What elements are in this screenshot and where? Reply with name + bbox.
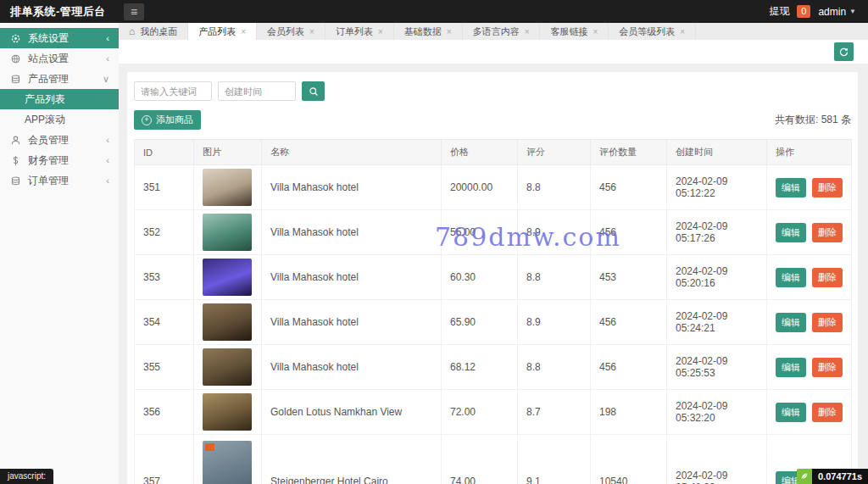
cell-image [194, 165, 262, 210]
table-row: 357Steigenberger Hotel Cairo74.009.11054… [135, 435, 852, 484]
tab-我的桌面[interactable]: ⌂我的桌面 [119, 23, 188, 40]
cell-score: 8.8 [518, 345, 591, 390]
close-icon[interactable]: × [525, 27, 530, 36]
cell-score: 8.8 [518, 165, 591, 210]
edit-button[interactable]: 编辑 [776, 268, 806, 287]
sidebar-item-会员管理[interactable]: 会员管理‹ [0, 130, 119, 150]
close-icon[interactable]: × [593, 27, 598, 36]
cell-reviews: 10540 [591, 435, 667, 484]
cell-score: 8.9 [518, 210, 591, 255]
tab-客服链接[interactable]: 客服链接× [540, 23, 609, 40]
menu-toggle-icon[interactable]: ≡ [124, 3, 144, 20]
cell-id: 353 [135, 255, 194, 300]
cell-created: 2024-02-09 05:20:16 [667, 255, 767, 300]
tab-会员等级列表[interactable]: 会员等级列表× [609, 23, 696, 40]
user-icon [9, 134, 21, 146]
refresh-button[interactable] [834, 42, 854, 61]
close-icon[interactable]: × [378, 27, 383, 36]
table-row: 355Villa Mahasok hotel68.128.84562024-02… [135, 345, 852, 390]
delete-button[interactable]: 删除 [812, 313, 843, 332]
cell-score: 8.9 [518, 300, 591, 345]
delete-button[interactable]: 删除 [812, 358, 843, 377]
delete-button[interactable]: 删除 [812, 268, 843, 287]
debug-badge: 0.074771s [797, 469, 868, 484]
edit-button[interactable]: 编辑 [776, 178, 806, 197]
sidebar-item-label: 订单管理 [28, 174, 69, 188]
sidebar-item-产品管理[interactable]: 产品管理∨ [0, 69, 119, 89]
product-image [203, 259, 252, 296]
edit-button[interactable]: 编辑 [776, 358, 806, 377]
cell-score: 8.7 [518, 390, 591, 435]
tab-基础数据[interactable]: 基础数据× [394, 23, 463, 40]
user-menu[interactable]: admin ▼ [818, 6, 856, 18]
delete-button[interactable]: 删除 [812, 403, 843, 422]
table-row: 356Golden Lotus Namkhan View72.008.71982… [135, 390, 852, 435]
cell-name: Villa Mahasok hotel [262, 300, 442, 345]
withdraw-link[interactable]: 提现 [769, 4, 789, 19]
close-icon[interactable]: × [680, 27, 685, 36]
close-icon[interactable]: × [309, 27, 314, 36]
keyword-input[interactable] [134, 81, 212, 101]
search-icon [309, 86, 319, 97]
edit-button[interactable]: 编辑 [776, 313, 806, 332]
table-body: 351Villa Mahasok hotel20000.008.84562024… [135, 165, 852, 484]
sidebar-subitem-产品列表[interactable]: 产品列表 [0, 89, 119, 109]
cell-price: 72.00 [442, 390, 518, 435]
tab-label: 多语言内容 [473, 25, 520, 38]
tab-产品列表[interactable]: 产品列表× [188, 23, 257, 40]
cell-ops: 编辑删除 [767, 390, 852, 435]
delete-button[interactable]: 删除 [812, 223, 843, 242]
cell-name: Villa Mahasok hotel [262, 255, 442, 300]
cell-price: 55.00 [442, 210, 518, 255]
search-button[interactable] [302, 81, 325, 101]
table-row: 351Villa Mahasok hotel20000.008.84562024… [135, 165, 852, 210]
sidebar-item-财务管理[interactable]: 财务管理‹ [0, 150, 119, 170]
tab-label: 客服链接 [550, 25, 587, 38]
close-icon[interactable]: × [447, 27, 452, 36]
edit-button[interactable]: 编辑 [776, 223, 806, 242]
tab-订单列表[interactable]: 订单列表× [326, 23, 394, 40]
chevron-down-icon: ▼ [849, 8, 856, 15]
sidebar-item-订单管理[interactable]: 订单管理‹ [0, 170, 119, 191]
add-product-label: 添加商品 [156, 114, 193, 126]
cell-id: 351 [135, 165, 194, 210]
product-image [203, 348, 252, 386]
table-row: 352Villa Mahasok hotel55.008.94562024-02… [135, 210, 852, 255]
tab-label: 基础数据 [404, 25, 442, 38]
actions-row: + 添加商品 共有数据: 581 条 [134, 110, 851, 130]
username: admin [818, 6, 846, 18]
chevron-down-icon: ∨ [103, 74, 109, 85]
table-header-row: ID图片名称价格评分评价数量创建时间操作 [135, 140, 852, 165]
close-icon[interactable]: × [241, 27, 246, 36]
edit-button[interactable]: 编辑 [776, 403, 806, 422]
sidebar: 系统设置‹站点设置‹产品管理∨产品列表APP滚动会员管理‹财务管理‹订单管理‹ [0, 23, 119, 484]
cell-price: 74.00 [442, 435, 518, 484]
leaf-icon[interactable] [797, 469, 812, 484]
load-time: 0.074771s [812, 469, 868, 484]
tab-label: 会员列表 [267, 25, 304, 38]
sidebar-item-label: 会员管理 [28, 133, 69, 147]
product-image [203, 169, 252, 206]
tab-会员列表[interactable]: 会员列表× [257, 23, 326, 40]
column-header-图片: 图片 [194, 140, 262, 165]
cell-image [194, 345, 262, 390]
cell-ops: 编辑删除 [767, 210, 852, 255]
cell-reviews: 456 [591, 300, 667, 345]
cell-ops: 编辑删除 [767, 165, 852, 210]
add-product-button[interactable]: + 添加商品 [134, 110, 201, 130]
column-header-创建时间: 创建时间 [667, 140, 767, 165]
product-image [203, 303, 252, 341]
sidebar-item-站点设置[interactable]: 站点设置‹ [0, 48, 119, 69]
sidebar-subitem-APP滚动[interactable]: APP滚动 [0, 109, 119, 130]
cell-name: Golden Lotus Namkhan View [262, 390, 442, 435]
chevron-left-icon: ‹ [106, 53, 109, 64]
product-image [203, 393, 252, 431]
tab-多语言内容[interactable]: 多语言内容× [463, 23, 541, 40]
delete-button[interactable]: 删除 [812, 178, 843, 197]
cell-ops: 编辑删除 [767, 255, 852, 300]
cell-price: 68.12 [442, 345, 518, 390]
created-date-input[interactable] [218, 81, 296, 101]
product-image [203, 441, 252, 484]
cell-reviews: 456 [591, 345, 667, 390]
sidebar-item-系统设置[interactable]: 系统设置‹ [0, 28, 119, 48]
